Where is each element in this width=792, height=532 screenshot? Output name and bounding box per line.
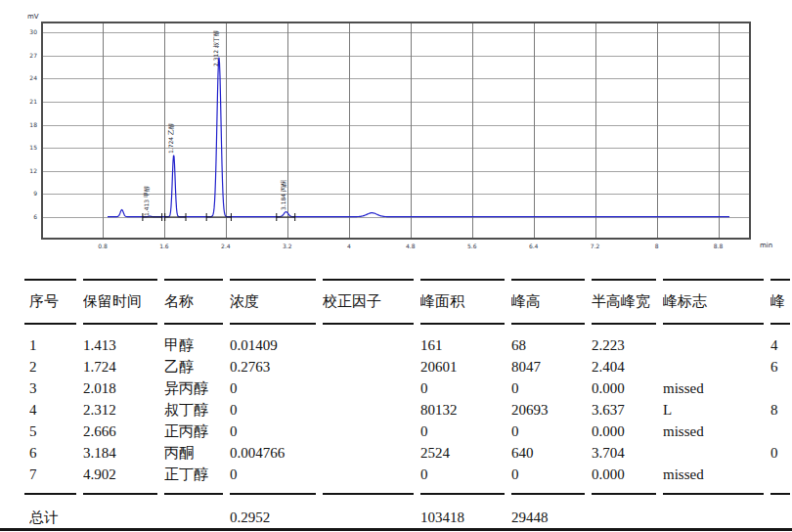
- cell-height: 8047: [511, 356, 592, 377]
- y-axis-unit-label: mV: [27, 13, 39, 21]
- cell-name: 正丁醇: [164, 464, 230, 485]
- cell-factor: [323, 356, 420, 377]
- cell-height: 20693: [511, 399, 592, 421]
- y-tick-label: 27: [12, 52, 37, 59]
- peak-label: 1.724 乙醇: [167, 123, 175, 154]
- cell-no: 4: [29, 399, 83, 421]
- total-height: 29448: [511, 507, 592, 528]
- table-rule-under-header: [24, 323, 790, 325]
- table-header-row: 序号 保留时间 名称 浓度 校正因子 峰面积 峰高 半高峰宽 峰标志 峰: [29, 290, 792, 312]
- cell-no: 3: [29, 377, 83, 399]
- table-total-row: 总计 0.2952 103418 29448: [29, 507, 792, 528]
- col-header-area: 峰面积: [420, 290, 511, 312]
- y-tick-label: 24: [12, 74, 37, 81]
- cell-height: 640: [511, 442, 592, 464]
- cell-retention: 4.902: [83, 464, 164, 485]
- cell-flag: missed: [663, 421, 770, 442]
- x-axis-unit-label: min: [760, 242, 772, 249]
- cell-name: 叔丁醇: [164, 399, 230, 421]
- table-row: 42.312叔丁醇080132206933.637L8: [29, 399, 792, 421]
- cell-name: 丙酮: [164, 442, 230, 464]
- cell-halfwidth: 0.000: [592, 377, 663, 399]
- y-tick-label: 6: [12, 213, 37, 220]
- x-tick-label: 8.8: [714, 243, 724, 249]
- y-tick-label: 15: [12, 144, 37, 151]
- cell-name: 异丙醇: [164, 377, 230, 399]
- col-header-height: 峰高: [511, 290, 592, 312]
- x-tick-label: 1.6: [159, 243, 169, 249]
- cell-halfwidth: 3.637: [592, 399, 663, 421]
- y-tick-label: 18: [12, 121, 37, 128]
- x-tick-label: 0.8: [98, 243, 108, 249]
- cell-name: 正丙醇: [164, 421, 230, 442]
- cell-retention: 2.018: [83, 377, 164, 399]
- x-tick-label: 5.6: [467, 243, 477, 249]
- cell-cutoff: 0: [770, 442, 792, 464]
- cell-retention: 1.413: [83, 334, 164, 356]
- cell-cutoff: 8: [770, 399, 792, 421]
- table-rule-bottom: [0, 528, 792, 531]
- col-header-name: 名称: [164, 290, 230, 312]
- table-row: 21.724乙醇0.27632060180472.4046: [29, 356, 792, 377]
- cell-cutoff: 6: [770, 356, 792, 377]
- cell-flag: missed: [663, 377, 770, 399]
- table-row: 63.184丙酮0.00476625246403.7040: [29, 442, 792, 464]
- table-row: 32.018异丙醇0000.000missed: [29, 377, 792, 399]
- x-tick-label: 2.4: [221, 243, 231, 249]
- cell-halfwidth: 0.000: [592, 421, 663, 442]
- cell-factor: [323, 377, 420, 399]
- cell-area: 2524: [420, 442, 511, 464]
- x-tick-label: 3.2: [283, 243, 292, 249]
- y-tick-label: 21: [12, 98, 37, 105]
- cell-conc: 0: [230, 399, 323, 421]
- cell-cutoff: [770, 464, 792, 485]
- x-tick-label: 7.2: [591, 243, 600, 249]
- cell-area: 161: [420, 334, 511, 356]
- cell-area: 80132: [420, 399, 511, 421]
- table-body: 11.413甲醇0.01409161682.223421.724乙醇0.2763…: [0, 334, 792, 485]
- cell-conc: 0: [230, 377, 323, 399]
- cell-height: 68: [511, 334, 592, 356]
- x-tick-label: 4: [347, 243, 351, 249]
- cell-no: 2: [29, 356, 83, 377]
- cell-no: 5: [29, 421, 83, 442]
- cell-no: 7: [29, 464, 83, 485]
- table-row: 74.902正丁醇0000.000missed: [29, 464, 792, 485]
- cell-conc: 0.2763: [230, 356, 323, 377]
- col-header-factor: 校正因子: [323, 290, 420, 312]
- table-rule-top: [24, 279, 790, 281]
- cell-retention: 3.184: [83, 442, 164, 464]
- cell-area: 0: [420, 421, 511, 442]
- y-tick-label: 12: [12, 167, 37, 174]
- cell-flag: [663, 334, 770, 356]
- cell-retention: 1.724: [83, 356, 164, 377]
- cell-factor: [323, 399, 420, 421]
- cell-halfwidth: 0.000: [592, 464, 663, 485]
- cell-area: 0: [420, 464, 511, 485]
- cell-retention: 2.312: [83, 399, 164, 421]
- cell-conc: 0: [230, 421, 323, 442]
- cell-flag: L: [663, 399, 770, 421]
- col-header-cutoff: 峰: [770, 290, 792, 312]
- peak-label: 1.413 甲醇: [143, 186, 151, 216]
- cell-conc: 0.01409: [230, 334, 323, 356]
- col-header-retention: 保留时间: [83, 290, 164, 312]
- cell-conc: 0: [230, 464, 323, 485]
- y-tick-label: 30: [12, 28, 37, 35]
- total-area: 103418: [420, 507, 511, 528]
- x-tick-label: 8: [655, 243, 659, 249]
- col-header-flag: 峰标志: [663, 290, 770, 312]
- cell-factor: [323, 421, 420, 442]
- cell-name: 乙醇: [164, 356, 230, 377]
- cell-conc: 0.004766: [230, 442, 323, 464]
- cell-no: 6: [29, 442, 83, 464]
- cell-no: 1: [29, 334, 83, 356]
- cell-halfwidth: 2.223: [592, 334, 663, 356]
- cell-halfwidth: 2.404: [592, 356, 663, 377]
- cell-name: 甲醇: [164, 334, 230, 356]
- cell-flag: [663, 356, 770, 377]
- cell-factor: [323, 464, 420, 485]
- cell-height: 0: [511, 464, 592, 485]
- cell-cutoff: [770, 377, 792, 399]
- col-header-no: 序号: [29, 290, 83, 312]
